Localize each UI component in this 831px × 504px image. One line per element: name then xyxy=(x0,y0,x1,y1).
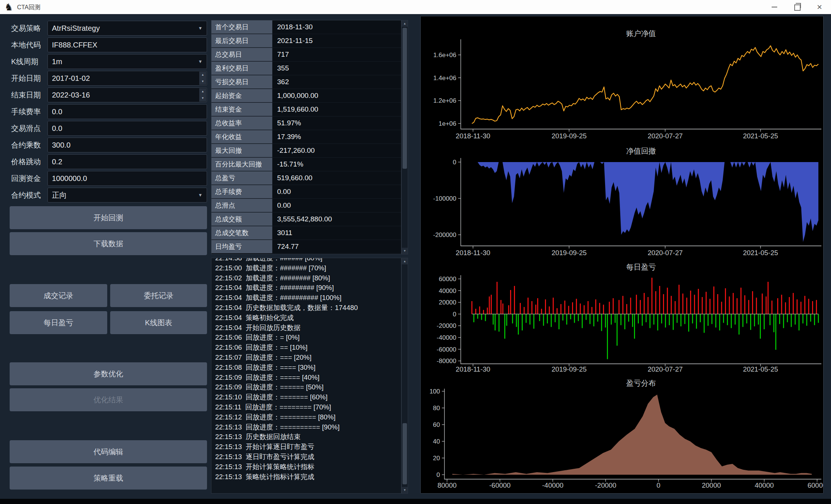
log-scrollbar[interactable]: ▲ ▼ xyxy=(401,258,408,494)
log-line: 22:15:04 加载进度：######### [90%] xyxy=(215,283,401,293)
form-field-1[interactable]: IF888.CFFEX xyxy=(47,37,207,52)
form-field-7[interactable]: 300.0 xyxy=(47,138,207,152)
table-row: 总成交笔数3011 xyxy=(211,226,401,240)
statistics-scrollbar[interactable]: ▲ ▼ xyxy=(401,20,408,254)
form-field-5[interactable]: 0.0 xyxy=(47,104,207,119)
table-row: 起始资金1,000,000.00 xyxy=(211,89,401,103)
stat-value: 724.77 xyxy=(272,240,401,254)
trade-records-button[interactable]: 成交记录 xyxy=(10,284,107,307)
stat-label: 百分比最大回撤 xyxy=(211,158,272,171)
stat-label: 最后交易日 xyxy=(211,34,272,47)
spin-up-icon[interactable]: ▲ xyxy=(199,72,206,79)
log-line: 22:15:08 回放进度：==== [30%] xyxy=(215,363,401,373)
form-label-5: 手续费率 xyxy=(11,104,47,119)
stat-value: 17.39% xyxy=(272,130,401,144)
form-label-6: 交易滑点 xyxy=(11,121,47,136)
svg-text:1.4e+06: 1.4e+06 xyxy=(433,75,456,82)
table-row: 日均盈亏724.77 xyxy=(211,240,401,254)
svg-text:40: 40 xyxy=(433,438,440,445)
form-label-3: 开始日期 xyxy=(11,71,47,86)
statistics-table[interactable]: 首个交易日2018-11-30最后交易日2021-11-15总交易日717盈利交… xyxy=(211,20,401,254)
field-value: 0.2 xyxy=(52,158,62,166)
spin-down-icon[interactable]: ▼ xyxy=(199,95,206,102)
stat-label: 日均盈亏 xyxy=(211,240,272,253)
log-line: 22:15:13 逐日盯市盈亏计算完成 xyxy=(215,452,401,462)
stat-label: 起始资金 xyxy=(211,89,272,102)
charts-canvas[interactable]: 1.6e+061.4e+061.2e+061e+062018-11-302019… xyxy=(421,16,823,493)
svg-text:2018-11-30: 2018-11-30 xyxy=(456,249,490,257)
form-field-8[interactable]: 0.2 xyxy=(47,154,207,169)
svg-text:-20000: -20000 xyxy=(437,322,456,329)
form-field-6[interactable]: 0.0 xyxy=(47,121,207,136)
table-row: 总盈亏519,660.00 xyxy=(211,171,401,185)
svg-text:2019-09-25: 2019-09-25 xyxy=(552,249,587,257)
stat-value: 519,660.00 xyxy=(272,171,401,185)
stat-label: 总成交额 xyxy=(211,213,272,226)
chevron-down-icon[interactable]: ▼ xyxy=(198,21,203,35)
stat-value: 1,000,000.00 xyxy=(272,89,401,103)
svg-text:2019-09-25: 2019-09-25 xyxy=(552,365,587,373)
stat-label: 总滑点 xyxy=(211,199,272,212)
strategy-reload-button[interactable]: 策略重载 xyxy=(10,467,207,490)
scroll-up-icon[interactable]: ▲ xyxy=(402,20,408,27)
log-line: 22:15:13 开始计算逐日盯市盈亏 xyxy=(215,442,401,452)
log-line: 22:15:12 回放进度：========= [80%] xyxy=(215,412,401,422)
form-field-9[interactable]: 1000000.0 xyxy=(47,171,207,186)
table-row: 总收益率51.97% xyxy=(211,116,401,130)
form-field-3[interactable]: 2017-01-02▲▼ xyxy=(47,71,207,86)
svg-text:2020-07-27: 2020-07-27 xyxy=(648,365,683,373)
order-records-button[interactable]: 委托记录 xyxy=(110,284,207,307)
scrollbar-handle[interactable] xyxy=(403,28,407,169)
start-backtest-button[interactable]: 开始回测 xyxy=(10,206,207,229)
optimize-result-button[interactable]: 优化结果 xyxy=(10,388,207,411)
log-line: 22:14:58 加载进度：###### [60%] xyxy=(215,258,401,263)
code-edit-button[interactable]: 代码编辑 xyxy=(10,440,207,463)
log-line: 22:15:13 回放进度：========== [90%] xyxy=(215,422,401,432)
field-value: 300.0 xyxy=(52,141,70,149)
spin-buttons: ▲▼ xyxy=(199,72,206,85)
svg-text:2021-05-25: 2021-05-25 xyxy=(743,365,778,373)
scrollbar-handle[interactable] xyxy=(403,423,407,484)
field-value: 2022-03-16 xyxy=(52,91,90,99)
form-field-2[interactable]: 1m▼ xyxy=(47,54,207,69)
scroll-up-icon[interactable]: ▲ xyxy=(402,258,408,264)
stat-value: 1,519,660.00 xyxy=(272,103,401,116)
field-value: 1000000.0 xyxy=(52,174,87,182)
field-value: 1m xyxy=(52,57,62,66)
form-label-0: 交易策略 xyxy=(11,21,47,36)
svg-text:2020-07-27: 2020-07-27 xyxy=(648,132,683,140)
form-field-10[interactable]: 正向▼ xyxy=(47,188,207,202)
scroll-down-icon[interactable]: ▼ xyxy=(402,248,408,254)
svg-text:1e+06: 1e+06 xyxy=(439,120,456,127)
charts-panel[interactable]: 账户净值 净值回撤 每日盈亏 盈亏分布 1.6e+061.4e+061.2e+0… xyxy=(420,16,824,494)
log-panel[interactable]: 22:14:58 加载进度：###### [60%]22:15:00 加载进度：… xyxy=(211,258,401,494)
form-field-4[interactable]: 2022-03-16▲▼ xyxy=(47,88,207,102)
minimize-button[interactable] xyxy=(763,0,786,14)
chevron-down-icon[interactable]: ▼ xyxy=(198,55,203,69)
table-row: 百分比最大回撤-15.71% xyxy=(211,158,401,171)
svg-text:0: 0 xyxy=(437,471,440,478)
download-data-button[interactable]: 下载数据 xyxy=(10,232,207,255)
stat-value: 0.00 xyxy=(272,185,401,199)
daily-pnl-button[interactable]: 每日盈亏 xyxy=(10,311,107,334)
chevron-down-icon[interactable]: ▼ xyxy=(198,188,203,202)
scroll-down-icon[interactable]: ▼ xyxy=(402,487,408,493)
log-line: 22:15:13 历史数据回放结束 xyxy=(215,432,401,442)
svg-text:20000: 20000 xyxy=(702,481,721,489)
field-value: 0.0 xyxy=(52,108,62,116)
log-line: 22:15:02 加载进度：######## [80%] xyxy=(215,273,401,283)
form-label-10: 合约模式 xyxy=(11,188,47,202)
form-field-0[interactable]: AtrRsiStrategy▼ xyxy=(47,21,207,36)
close-button[interactable]: × xyxy=(808,0,831,14)
maximize-button[interactable] xyxy=(786,0,809,14)
field-value: 0.0 xyxy=(52,124,62,132)
spin-down-icon[interactable]: ▼ xyxy=(199,78,206,85)
param-optimize-button[interactable]: 参数优化 xyxy=(10,362,207,385)
svg-text:100: 100 xyxy=(430,388,440,395)
kline-chart-button[interactable]: K线图表 xyxy=(110,311,207,334)
log-line: 22:15:07 回放进度：=== [20%] xyxy=(215,353,401,363)
svg-text:1.2e+06: 1.2e+06 xyxy=(433,97,456,104)
svg-text:60000: 60000 xyxy=(439,276,456,283)
log-line: 22:15:10 回放进度：======= [60%] xyxy=(215,392,401,402)
spin-up-icon[interactable]: ▲ xyxy=(199,88,206,95)
